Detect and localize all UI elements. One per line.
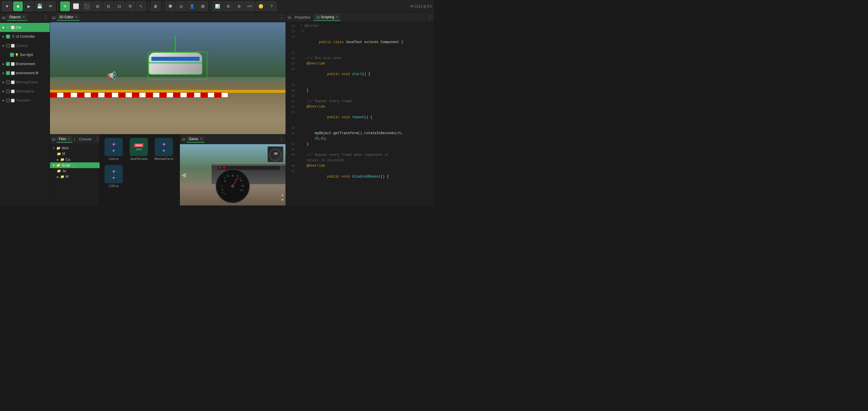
tree-item-car[interactable]: ▶ ✓ ⬜ Car (0, 23, 50, 32)
tree-item-camera[interactable]: ▶ ⬜ Camera (0, 41, 50, 50)
tree-check-env[interactable]: ✓ (6, 62, 10, 66)
game-tab-more[interactable]: ⋮ (279, 136, 284, 142)
menu-dropdown-button[interactable]: ▼ (2, 1, 12, 11)
person-button[interactable]: 👤 (187, 1, 197, 11)
addobj-button[interactable]: ⊕ (198, 1, 208, 11)
tree-arrow-car[interactable]: ▶ (2, 26, 5, 29)
files-item-ja[interactable]: 📁 Ja (50, 168, 100, 174)
cursor-tool-button[interactable]: ↖ (136, 1, 146, 11)
tree-item-minimapcam[interactable]: ▶ ⬜ MinimapCame (0, 77, 50, 87)
tree-arrow-ui[interactable]: ▶ (2, 35, 5, 38)
eye-button[interactable]: 👁 (46, 1, 55, 11)
files-item-m[interactable]: 📁 M (50, 151, 100, 157)
tree-check-minimapcar[interactable] (6, 89, 10, 93)
line-num-14: 14 (286, 35, 295, 39)
file-card-lodns[interactable]: ✦ ✦ LOD.ns (102, 164, 125, 189)
tree-check-ui[interactable]: ✓ (6, 35, 10, 38)
file-card-javatest[interactable]: JAVA .java JavaTest.java (127, 137, 150, 162)
right-tab-bar: 🗂 Properties 🗂 Scripting ✕ ⋮ (286, 12, 434, 22)
settings-button[interactable]: ⚙ (223, 1, 233, 11)
objects-panel: 🗂 Objects ✕ ⋮ ▶ ✓ ⬜ Car ▶ ✓ 🎛 UI Control… (0, 12, 50, 205)
objects-tab-more[interactable]: ⋮ (43, 14, 48, 20)
circle-button[interactable]: ◎ (176, 1, 186, 11)
file-icon-lodns: ✦ ✦ (104, 165, 123, 183)
java-ext: .java (135, 148, 142, 151)
tab-3d-editor[interactable]: 3D Editor ✕ (57, 14, 80, 21)
nav-arrows-right[interactable]: ▲ ▼ (280, 192, 284, 202)
game-tab-close[interactable]: ✕ (200, 137, 202, 140)
play-button[interactable]: ▶ (24, 1, 34, 11)
code-line-23: 23 @Override (286, 104, 434, 109)
settings2-button[interactable]: ⚙ (234, 1, 244, 11)
svg-text:30: 30 (224, 180, 226, 182)
line-num-25: 25 (286, 126, 295, 130)
tree-check-minimapcam[interactable] (6, 80, 10, 84)
help-button[interactable]: ? (267, 1, 276, 11)
tree-icon-minimapcar: ⬜ (11, 89, 15, 93)
files-item-m2[interactable]: ▶ 📁 M (50, 174, 100, 180)
line-num-24: 24 (286, 110, 295, 115)
crop-tool-button[interactable]: ⊡ (115, 1, 124, 11)
tree-item-transition[interactable]: ▶ ⬜ Transition (0, 96, 50, 105)
tab-game[interactable]: Game ✕ (186, 136, 205, 143)
tree-arrow-minimapcam[interactable]: ▶ (2, 81, 5, 84)
line-num-18: 18 (286, 67, 295, 72)
tree-check-camera[interactable] (6, 44, 10, 48)
file-card-minimapcarns[interactable]: ✦ ✦ MinimapCar.ns (152, 137, 175, 162)
nav-arrow-down[interactable]: ▼ (280, 197, 284, 202)
tab-scripting[interactable]: 🗂 Scripting ✕ (314, 14, 341, 21)
objects-tab-close[interactable]: ✕ (23, 15, 25, 19)
tree-arrow-camera[interactable]: ▶ (2, 44, 5, 48)
nav-arrow-left[interactable]: ◀ (181, 171, 186, 179)
files-tab-more[interactable]: ⋮ (95, 136, 100, 142)
tab-console[interactable]: Console (77, 136, 94, 143)
save-button[interactable]: 💾 (35, 1, 44, 11)
line-num-21: 21 (286, 94, 295, 98)
tab-properties[interactable]: Properties (292, 14, 313, 21)
code-editor[interactable]: 12 * @Author 13 */ 14 public class JavaT… (286, 22, 434, 205)
tree-check-envm[interactable]: ✓ (6, 71, 10, 75)
chart-button[interactable]: 📊 (212, 1, 222, 11)
tree-icon-ui: 🎛 (11, 35, 15, 38)
tree-check-car[interactable]: ✓ (6, 25, 10, 29)
apk-button[interactable]: APK (245, 1, 255, 11)
editor-tab-close[interactable]: ✕ (75, 15, 78, 19)
scripting-tab-close[interactable]: ✕ (336, 15, 338, 19)
files-item-ca[interactable]: ▶ 📁 Ca (50, 157, 100, 162)
editor-viewport[interactable]: 📢 (50, 22, 285, 134)
tree-item-minimapcar[interactable]: ▶ ⬜ MinimapCar (0, 87, 50, 96)
files-item-world[interactable]: ▼ 📁 Worl… (50, 145, 100, 151)
delete-button[interactable]: 🗑 (151, 1, 160, 11)
tree-arrow-env[interactable]: ▶ (2, 62, 5, 66)
tree-item-env[interactable]: ▶ ✓ ⬜ Environment (0, 59, 50, 68)
files-item-script[interactable]: ▼ 📁 Script… (50, 162, 100, 168)
files-tab-close[interactable]: ✕ (68, 137, 70, 140)
file-card-lookns[interactable]: ✦ ✦ Look.ns (102, 137, 125, 162)
tree-arrow-minimapcar[interactable]: ▶ (2, 90, 5, 93)
sparkle3-icon: ✦ (162, 141, 166, 148)
scale2-tool-button[interactable]: ⊟ (104, 1, 113, 11)
tab-files[interactable]: Files ✕ (57, 136, 72, 143)
line-num-15: 15 (286, 51, 295, 55)
nav-arrow-up[interactable]: ▲ (280, 192, 284, 197)
tree-item-ui[interactable]: ▶ ✓ 🎛 UI Controller (0, 32, 50, 41)
move-tool-button[interactable]: ✛ (60, 1, 70, 11)
group-tool-button[interactable]: ⧉ (125, 1, 135, 11)
scale-tool-button[interactable]: ⊞ (93, 1, 102, 11)
frame-tool-button[interactable]: ⬜ (71, 1, 81, 11)
frame2-tool-button[interactable]: ⬛ (82, 1, 92, 11)
coin-button[interactable]: 🪙 (256, 1, 266, 11)
tree-check-sunlight[interactable]: ✓ (10, 53, 14, 57)
sun-button[interactable]: ✺ (165, 1, 175, 11)
tree-arrow-transition[interactable]: ▶ (2, 99, 5, 102)
tree-item-sunlight[interactable]: ▶ ✓ 💡 Sun light (0, 50, 50, 59)
right-tab-more[interactable]: ⋮ (428, 14, 432, 20)
tree-check-transition[interactable] (6, 98, 10, 102)
tab-objects[interactable]: Objects ✕ (7, 14, 27, 21)
middle-area: 🗂 3D Editor ✕ ⋮ (50, 12, 285, 205)
code-line-28: 28 (286, 147, 434, 152)
stop-button[interactable]: ■ (13, 1, 23, 11)
editor-tab-more[interactable]: ⋮ (279, 14, 284, 20)
tree-item-envm[interactable]: ▶ ✓ ⬜ environment M (0, 68, 50, 77)
tree-arrow-envm[interactable]: ▶ (2, 71, 5, 75)
